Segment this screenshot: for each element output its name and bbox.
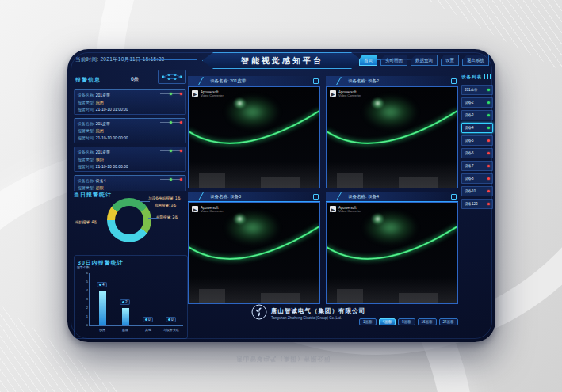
company-name-en: Tangshan Zhicheng Electric (Group) Co.,L… <box>271 316 365 320</box>
bar-chart-xlabel: 超限 <box>122 328 128 332</box>
legend-item-lost: 与设备失联报警: 1条 <box>148 196 181 200</box>
structure-shape <box>337 289 363 303</box>
alarm-item[interactable]: 设备名称: 201皮带报警类型: 脱闸报警时间: 21-10-10 00:00:… <box>74 118 186 143</box>
layout-button-1画面[interactable]: 1画面 <box>359 318 377 325</box>
screen-layout-buttons: 1画面4画面9画面16画面24画面 <box>359 318 458 325</box>
alarm-field-value: 201皮带 <box>96 150 110 154</box>
alarm-field-value: 设备4 <box>96 178 106 183</box>
bar-chart-ytick: 3 <box>81 297 88 301</box>
device-list-item[interactable]: 设备123 <box>461 199 493 209</box>
device-list-item[interactable]: 201皮带 <box>461 85 493 95</box>
offline-status-icon <box>487 152 490 154</box>
nav-button-1[interactable]: 首页 <box>359 55 377 66</box>
video-feed: ▶ApowersoftVideo Converter <box>188 202 320 304</box>
device-list-item[interactable]: 设备6 <box>461 148 493 158</box>
nav-button-2[interactable]: 实时画面 <box>380 55 407 66</box>
alarm-field-type: 报警类型: 脱闸 <box>78 127 182 135</box>
device-name: 设备2 <box>465 101 474 105</box>
device-list-title: 设备列表 <box>461 74 482 80</box>
left-panel: 报警信息 6条 设备名称: 201皮带报警类型: 脱闸报警时间: 21-10-1… <box>74 74 186 336</box>
green-dot-icon <box>170 178 172 181</box>
apowersoft-logo-icon: ▶ <box>192 90 198 97</box>
apowersoft-logo-icon: ▶ <box>192 206 198 212</box>
bar-chart-plot: 01234564脱闸2超限0其他0与设备失联 <box>89 273 183 326</box>
cyan-dot-icon <box>168 318 170 321</box>
slant-decoration <box>198 77 210 85</box>
watermark-line2: Video Converter <box>201 94 224 98</box>
offline-status-icon <box>487 190 490 192</box>
structure-shape <box>399 293 438 303</box>
layout-button-4画面[interactable]: 4画面 <box>379 318 396 325</box>
video-device-name: 设备名称: 201皮带 <box>210 78 246 84</box>
apowersoft-logo-icon: ▶ <box>330 90 336 97</box>
device-list-header: 设备列表 <box>461 73 493 82</box>
watermark-line2: Video Converter <box>338 94 361 98</box>
bar-chart-ytick: 2 <box>81 306 88 310</box>
watermark: ▶ApowersoftVideo Converter <box>330 90 361 98</box>
corner-tick-icon <box>313 194 319 200</box>
video-cell-3[interactable]: 设备名称: 设备3 ▶ApowersoftVideo Converter <box>188 192 320 304</box>
header-nav: 首页实时画面数据查询设置退出系统 <box>359 55 489 66</box>
nav-button-3[interactable]: 数据查询 <box>411 55 438 66</box>
offline-status-icon <box>487 177 490 180</box>
legend-leader-line <box>97 223 109 223</box>
bar-chart-xlabel: 脱闸 <box>99 328 105 332</box>
page-title-text: 智能视觉感知平台 <box>241 55 323 67</box>
bar-chart-xlabel: 与设备失联 <box>163 328 179 332</box>
alarm-item[interactable]: 设备名称: 201皮带报警类型: 脱闸报警时间: 21-10-10 01:00:… <box>74 89 186 115</box>
nav-button-5[interactable]: 退出系统 <box>462 55 489 66</box>
bar-chart-xlabel: 其他 <box>145 328 151 332</box>
device-list-item[interactable]: 设备3 <box>461 110 493 120</box>
dashboard-window: 当前时间: 2021年10月11日 15:15:38 智能视觉感知平台 首页实时… <box>67 49 495 342</box>
bar-chart-ytick: 4 <box>81 288 88 292</box>
monthly-stats-title: 30日内报警统计 <box>78 259 187 267</box>
watermark-text: ApowersoftVideo Converter <box>338 90 361 98</box>
alarm-item[interactable]: 设备名称: 201皮带报警类型: 倾斜报警时间: 21-10-10 00:00:… <box>74 147 186 172</box>
bar-chart-ylabel: 报警个数 <box>77 265 90 269</box>
device-list-item[interactable]: 设备7 <box>461 161 493 171</box>
video-cell-1[interactable]: 设备名称: 201皮带 ▶ApowersoftVideo Converter <box>188 76 320 188</box>
alarm-list: 设备名称: 201皮带报警类型: 脱闸报警时间: 21-10-10 01:00:… <box>74 89 186 191</box>
alarm-field-type: 报警类型: 倾斜 <box>78 156 182 163</box>
daily-donut-chart <box>107 198 151 242</box>
device-list-item[interactable]: 设备10 <box>461 186 493 196</box>
device-list-item[interactable]: 设备5 <box>461 135 493 146</box>
video-device-name: 设备名称: 设备3 <box>210 194 241 200</box>
structure-shape <box>199 289 225 303</box>
cyan-dot-icon <box>99 284 101 286</box>
alarm-field-time: 报警时间: 21-10-10 00:00:00 <box>78 135 182 142</box>
legend-item-overlimit: 超限报警: 2条 <box>156 215 178 219</box>
nav-button-4[interactable]: 设置 <box>441 55 459 66</box>
video-cell-header: 设备名称: 设备4 <box>326 192 458 202</box>
offline-status-icon <box>487 165 490 167</box>
watermark: ▶ApowersoftVideo Converter <box>330 206 361 214</box>
structure-shape <box>337 173 363 188</box>
alarm-field-label: 报警类型: <box>78 157 96 162</box>
device-name: 设备8 <box>465 177 474 181</box>
slant-decoration <box>198 192 210 200</box>
corner-tick-icon <box>451 78 457 84</box>
device-list-item[interactable]: 设备8 <box>461 173 493 184</box>
red-dot-icon <box>180 178 182 181</box>
structure-shape <box>399 177 438 188</box>
video-cell-2[interactable]: 设备名称: 设备2 ▶ApowersoftVideo Converter <box>326 76 458 188</box>
device-name: 设备6 <box>465 151 474 155</box>
video-cell-4[interactable]: 设备名称: 设备4 ▶ApowersoftVideo Converter <box>326 192 458 304</box>
bar-value-label: 4 <box>97 282 107 287</box>
alarm-field-label: 报警类型: <box>78 100 96 105</box>
layout-button-24画面[interactable]: 24画面 <box>439 318 458 325</box>
bar-chart-ytick: 0 <box>81 323 88 327</box>
device-list-item[interactable]: 设备2 <box>461 97 493 108</box>
layout-button-16画面[interactable]: 16画面 <box>418 318 437 325</box>
device-list-item[interactable]: 设备4 <box>461 123 493 133</box>
alarm-field-label: 设备名称: <box>78 150 96 154</box>
video-cell-header: 设备名称: 设备2 <box>326 76 458 86</box>
legend-item-trip: 脱闸报警: 3条 <box>155 204 177 207</box>
alarm-field-label: 设备名称: <box>78 178 96 183</box>
bar-value-label: 0 <box>143 317 153 322</box>
layout-button-9画面[interactable]: 9画面 <box>398 318 415 325</box>
device-name: 设备7 <box>465 164 474 168</box>
video-cell-header: 设备名称: 设备3 <box>188 192 320 202</box>
video-cell-header: 设备名称: 201皮带 <box>188 76 320 86</box>
alarm-field-value: 21-10-10 01:00:00 <box>96 107 128 112</box>
